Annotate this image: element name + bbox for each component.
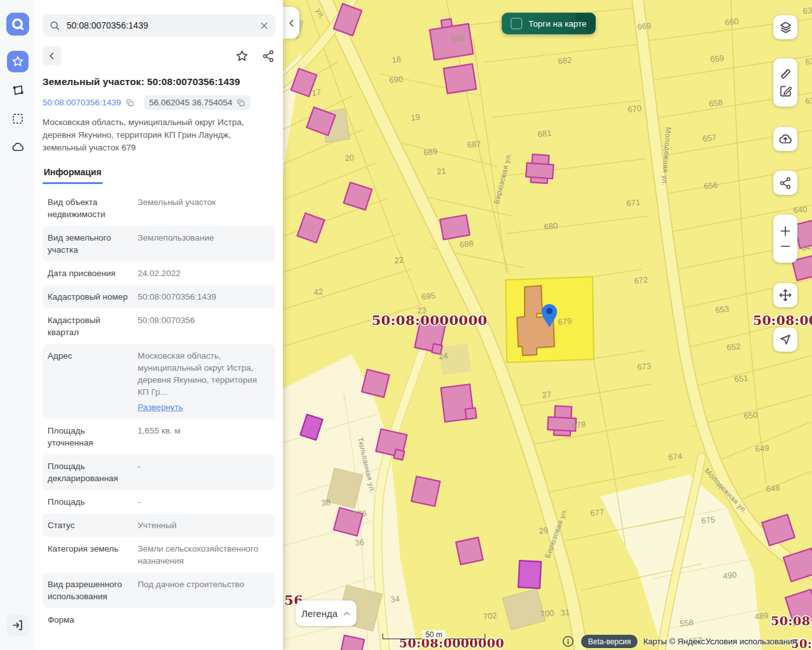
- parcel-number: 695: [421, 291, 436, 302]
- map-attribution[interactable]: Карты © Яндекс: [643, 637, 705, 646]
- info-button[interactable]: [562, 635, 574, 647]
- expand-link[interactable]: Развернуть: [138, 401, 183, 413]
- parcel-number: 42: [313, 287, 324, 297]
- row-label: Кадастровый номер: [48, 291, 131, 303]
- table-row: Площадь уточненная 1,655 кв. м: [43, 419, 275, 454]
- row-label: Статус: [48, 519, 131, 531]
- parcel-number: 670: [627, 103, 642, 114]
- parcel-number: 635: [802, 5, 812, 16]
- parcel-number: 688: [459, 239, 474, 249]
- favorite-button[interactable]: [235, 49, 249, 63]
- search-bar: [43, 14, 275, 37]
- parcel-number: 636: [805, 56, 812, 67]
- zoom-out-icon: [779, 240, 792, 253]
- table-row: Кадастровый номер 50:08:0070356:1439: [43, 285, 275, 308]
- parcel-number: 681: [537, 128, 552, 139]
- share-icon: [779, 176, 792, 190]
- share-icon: [262, 50, 275, 63]
- back-button[interactable]: [43, 46, 62, 65]
- legend-button[interactable]: Легенда: [296, 600, 357, 626]
- legend-label: Легенда: [301, 608, 337, 619]
- navigation-arrow-icon: [778, 333, 792, 347]
- row-label: Дата присвоения: [48, 267, 131, 279]
- layers-icon: [778, 20, 793, 35]
- parcel-number: 34: [390, 594, 400, 604]
- share-object-button[interactable]: [262, 50, 275, 63]
- close-icon: [259, 21, 269, 30]
- parcel-number: 657: [702, 133, 717, 143]
- sidebar-item-polygon-tool[interactable]: [7, 79, 29, 101]
- address-text: Московская область, муниципальный округ …: [43, 116, 275, 154]
- copy-icon[interactable]: [126, 98, 134, 107]
- sidebar-item-favorites[interactable]: [7, 51, 29, 72]
- parcel-number: 18: [391, 55, 402, 65]
- quarter-label: 50:08:0000: [753, 313, 812, 328]
- clear-search-button[interactable]: [259, 21, 269, 30]
- layers-button[interactable]: [773, 15, 797, 39]
- checkbox-icon: [511, 18, 522, 29]
- cloud-icon: [11, 140, 25, 154]
- parcel-number: 489: [754, 611, 769, 621]
- measure-draw-tools[interactable]: [773, 58, 797, 107]
- sidebar-item-select-area[interactable]: [7, 108, 29, 129]
- parcel-number: 656: [704, 180, 718, 191]
- parcel-number: 36: [355, 538, 365, 548]
- collapse-panel-button[interactable]: [283, 7, 299, 39]
- parcel-number: 24: [438, 351, 449, 361]
- copy-icon[interactable]: [237, 98, 246, 107]
- parcel-number: 17: [311, 88, 322, 98]
- zoom-in-icon: [779, 225, 792, 237]
- share-map-button[interactable]: [773, 171, 797, 195]
- coordinates-chip: 56.062045 36.754054: [144, 95, 251, 110]
- row-label: Площадь: [48, 496, 131, 508]
- row-value: 24.02.2022: [138, 269, 181, 278]
- sidebar-item-cloud[interactable]: [7, 136, 29, 158]
- row-label: Категория земель: [48, 543, 131, 567]
- upload-button[interactable]: [773, 127, 797, 151]
- search-input[interactable]: [65, 20, 254, 31]
- parcel-number: 637: [805, 95, 812, 106]
- app-logo[interactable]: [6, 13, 29, 36]
- row-label: Вид разрешенного использования: [48, 578, 131, 602]
- details-panel: Земельный участок: 50:08:0070356:1439 50…: [35, 0, 283, 650]
- login-button[interactable]: [7, 614, 29, 636]
- table-row: Площадь декларированная -: [43, 454, 275, 490]
- parcel-number: 672: [634, 275, 648, 286]
- beta-badge: Beta-версия: [581, 635, 638, 648]
- map-canvas[interactable]: 6696606596586576566706716356366376406416…: [283, 0, 812, 650]
- locate-me-button[interactable]: [773, 328, 797, 352]
- table-row: Статус Учтенный: [43, 514, 275, 537]
- parcel-number: 650: [743, 410, 758, 421]
- zoom-controls[interactable]: [773, 215, 797, 263]
- parcel-number: 678: [572, 420, 586, 430]
- parcel-number: 649: [755, 443, 769, 454]
- chevron-up-icon: [343, 609, 351, 618]
- parcel-number: 660: [724, 17, 739, 27]
- table-row: Вид объекта недвижимости Земельный участ…: [43, 190, 275, 226]
- coordinates-value: 56.062045 36.754054: [149, 98, 232, 107]
- parcel-number: 671: [626, 197, 641, 208]
- row-label: Вид объекта недвижимости: [48, 196, 131, 220]
- pan-move-icon: [778, 288, 793, 303]
- parcel-number: 687: [467, 139, 481, 150]
- terms-of-use-link[interactable]: Условия использования: [705, 637, 797, 646]
- trades-on-map-toggle[interactable]: Торги на карте: [502, 13, 596, 34]
- tab-information[interactable]: Информация: [43, 163, 103, 184]
- search-icon: [49, 20, 60, 31]
- parcel-number: 29: [539, 526, 549, 536]
- parcel-number: 658: [709, 98, 723, 109]
- pan-button[interactable]: [773, 283, 797, 307]
- parcel-number: 673: [637, 361, 652, 372]
- row-value: Земельный участок: [138, 197, 216, 207]
- parcel-number: 652: [726, 342, 741, 352]
- parcel-number: 700: [540, 608, 554, 619]
- row-value: Учтенный: [138, 521, 176, 530]
- parcel-number: 679: [558, 316, 572, 327]
- row-value: Под дачное строительство: [138, 580, 244, 589]
- parcel-number: 22: [394, 255, 404, 265]
- parcel-number: 776: [353, 508, 367, 519]
- info-table: Вид объекта недвижимости Земельный участ…: [43, 190, 275, 632]
- tabs: Информация: [43, 163, 275, 185]
- cadastral-number-link[interactable]: 50:08:0070356:1439: [43, 98, 121, 107]
- parcel-number: 702: [483, 611, 497, 621]
